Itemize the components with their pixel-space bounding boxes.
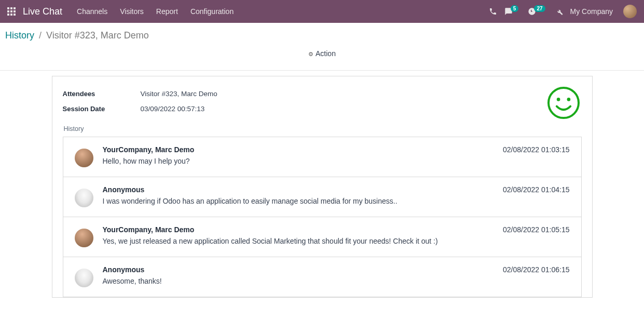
message-date: 02/08/2022 01:03:15 [503,145,569,154]
action-menu[interactable]: ⚙Action [5,49,639,58]
message-date: 02/08/2022 01:06:15 [503,265,569,274]
attendees-label: Attendees [63,90,141,98]
breadcrumb-root[interactable]: History [5,30,34,41]
message-body: YourCompany, Marc Demo 02/08/2022 01:03:… [103,145,570,167]
chat-icon[interactable]: 5 [504,7,521,16]
clock-badge: 27 [534,5,545,12]
message-row: YourCompany, Marc Demo 02/08/2022 01:03:… [63,137,581,177]
message-row: Anonymous 02/08/2022 01:06:15 Awesome, t… [63,257,581,297]
nav-link-visitors[interactable]: Visitors [120,7,144,16]
field-attendees: Attendees Visitor #323, Marc Demo [63,90,582,98]
clock-icon[interactable]: 27 [528,7,547,16]
chat-badge: 5 [511,5,519,12]
nav-right: 5 27 My Company [489,5,637,18]
message-date: 02/08/2022 01:05:15 [503,225,569,234]
message-avatar [75,269,93,287]
tools-icon[interactable] [555,7,563,16]
message-text: Awesome, thanks! [103,277,570,285]
svg-point-2 [567,98,570,101]
navbar: Live Chat Channels Visitors Report Confi… [0,0,644,23]
message-author: YourCompany, Marc Demo [103,225,195,234]
breadcrumb-sep: / [39,30,42,41]
message-body: Anonymous 02/08/2022 01:06:15 Awesome, t… [103,265,570,287]
history-list: YourCompany, Marc Demo 02/08/2022 01:03:… [63,137,582,297]
attendees-value: Visitor #323, Marc Demo [141,90,217,98]
breadcrumb-current: Visitor #323, Marc Demo [46,30,149,41]
session-label: Session Date [63,105,141,113]
breadcrumb: History / Visitor #323, Marc Demo [5,30,639,41]
message-avatar [75,229,93,247]
control-panel: History / Visitor #323, Marc Demo ⚙Actio… [0,23,644,63]
message-author: Anonymous [103,185,145,194]
nav-link-report[interactable]: Report [156,7,178,16]
nav-link-channels[interactable]: Channels [77,7,107,16]
app-brand[interactable]: Live Chat [23,6,62,17]
action-label: Action [316,49,336,58]
field-session-date: Session Date 03/09/2022 00:57:13 [63,105,582,113]
user-avatar[interactable] [623,5,637,18]
session-value: 03/09/2022 00:57:13 [141,105,205,113]
smiley-icon [546,86,581,120]
sheet-wrap: Attendees Visitor #323, Marc Demo Sessio… [0,71,644,298]
gear-icon: ⚙ [308,51,313,57]
message-row: YourCompany, Marc Demo 02/08/2022 01:05:… [63,217,581,257]
apps-icon[interactable] [7,7,16,16]
form-sheet: Attendees Visitor #323, Marc Demo Sessio… [52,76,593,298]
svg-point-0 [548,88,578,118]
svg-point-1 [556,98,560,101]
message-text: I was wondering if Odoo has an applicati… [103,197,570,205]
message-author: YourCompany, Marc Demo [103,145,195,154]
message-author: Anonymous [103,265,145,274]
company-selector[interactable]: My Company [570,7,613,16]
message-date: 02/08/2022 01:04:15 [503,185,569,194]
message-avatar [75,149,93,167]
nav-links: Channels Visitors Report Configuration [77,7,234,16]
message-row: Anonymous 02/08/2022 01:04:15 I was wond… [63,177,581,217]
message-text: Hello, how may I help you? [103,157,570,165]
nav-link-configuration[interactable]: Configuration [190,7,234,16]
message-body: Anonymous 02/08/2022 01:04:15 I was wond… [103,185,570,207]
message-avatar [75,189,93,207]
message-text: Yes, we just released a new application … [103,237,570,245]
history-section-label: History [64,125,582,132]
phone-icon[interactable] [489,7,497,16]
message-body: YourCompany, Marc Demo 02/08/2022 01:05:… [103,225,570,247]
